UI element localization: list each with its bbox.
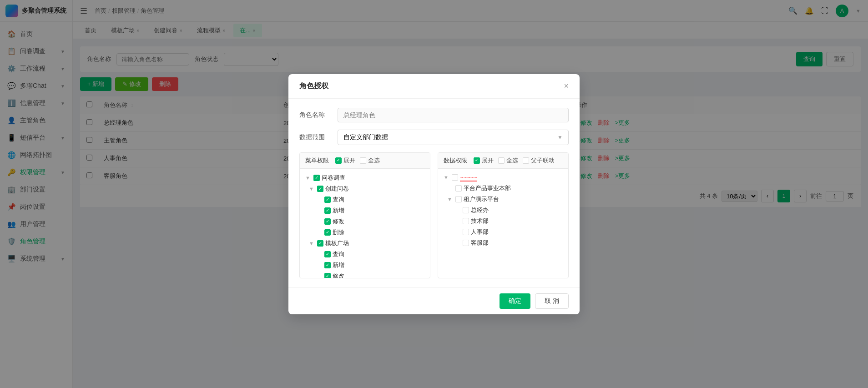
- data-label-tech_dept: 技术部: [471, 217, 489, 225]
- select-arrow-icon: ▼: [557, 134, 563, 141]
- menu-perm-item-del1: ✓删除: [300, 227, 430, 238]
- menu-perm-item-add2: ✓新增: [300, 260, 430, 271]
- data-perm-item-hr_dept: 人事部: [438, 227, 568, 237]
- menu-cb-create_survey[interactable]: ✓: [317, 186, 323, 192]
- role-name-modal-label: 角色名称: [299, 111, 332, 119]
- data-selectall-checkbox-label[interactable]: 全选: [498, 156, 518, 165]
- modal-footer: 确定 取 消: [288, 287, 580, 314]
- menu-perm-item-survey: ▼✓问卷调查: [300, 172, 430, 183]
- menu-label-edit2: 修改: [333, 272, 344, 278]
- menu-perm-item-edit2: ✓修改: [300, 271, 430, 278]
- menu-perm-label: 菜单权限: [305, 156, 329, 165]
- data-range-row: 数据范围 自定义部门数据 ▼: [299, 130, 569, 145]
- menu-cb-edit2[interactable]: ✓: [324, 273, 331, 278]
- menu-cb-add2[interactable]: ✓: [324, 262, 331, 268]
- menu-selectall-label: 全选: [368, 156, 380, 165]
- data-range-label: 数据范围: [299, 133, 332, 141]
- parent-link-checkbox-label[interactable]: 父子联动: [523, 156, 555, 165]
- expand-icon[interactable]: ▼: [305, 175, 312, 181]
- menu-perm-item-edit1: ✓修改: [300, 216, 430, 227]
- menu-perm-item-template: ▼✓模板广场: [300, 238, 430, 249]
- cancel-button[interactable]: 取 消: [535, 293, 569, 309]
- data-cb-platform_dept[interactable]: [455, 185, 462, 191]
- menu-expand-label: 展开: [343, 156, 355, 165]
- data-label-hr_dept: 人事部: [471, 228, 489, 236]
- parent-link-checkbox[interactable]: [523, 157, 529, 164]
- data-cb-root_dept[interactable]: [452, 174, 458, 181]
- expand-icon[interactable]: ▼: [447, 197, 454, 202]
- expand-icon[interactable]: ▼: [444, 175, 450, 180]
- data-selectall-label: 全选: [506, 156, 518, 165]
- data-label-root_dept: ~~~~~: [460, 174, 477, 181]
- menu-label-add1: 新增: [333, 207, 344, 215]
- menu-cb-edit1[interactable]: ✓: [324, 218, 331, 225]
- data-selectall-checkbox[interactable]: [498, 157, 505, 164]
- data-perm-item-root_dept: ▼~~~~~: [438, 172, 568, 183]
- data-perm-item-rental_dept: ▼租户演示平台: [438, 194, 568, 205]
- expand-icon[interactable]: ▼: [309, 241, 315, 246]
- data-label-general_mgr: 总经办: [471, 206, 489, 214]
- menu-expand-checkbox[interactable]: ✓: [335, 157, 342, 164]
- data-expand-checkbox[interactable]: ✓: [474, 157, 480, 164]
- modal-close-button[interactable]: ×: [564, 81, 569, 91]
- data-perm-item-service_dept: 客服部: [438, 237, 568, 248]
- menu-cb-query1[interactable]: ✓: [324, 197, 331, 203]
- menu-label-query1: 查询: [333, 196, 344, 204]
- expand-icon[interactable]: ▼: [309, 186, 315, 191]
- data-cb-service_dept[interactable]: [463, 240, 469, 246]
- menu-label-del1: 删除: [333, 228, 344, 237]
- data-perm-item-tech_dept: 技术部: [438, 216, 568, 227]
- data-perm-body: ▼~~~~~平台产品事业本部▼租户演示平台总经办技术部人事部客服部: [438, 169, 568, 252]
- menu-perm-item-query2: ✓查询: [300, 249, 430, 260]
- data-perm-item-general_mgr: 总经办: [438, 205, 568, 216]
- menu-perm-header: 菜单权限 ✓ 展开 全选: [300, 153, 430, 169]
- modal-overlay[interactable]: 角色授权 × 角色名称 数据范围 自定义部门数据 ▼: [0, 0, 868, 388]
- data-perm-header: 数据权限 ✓ 展开 全选 父子联动: [438, 153, 568, 169]
- menu-perm-body: ▼✓问卷调查▼✓创建问卷✓查询✓新增✓修改✓删除▼✓模板广场✓查询✓新增✓修改✓…: [300, 169, 430, 278]
- data-label-service_dept: 客服部: [471, 239, 489, 247]
- modal-header: 角色授权 ×: [288, 74, 580, 99]
- menu-selectall-checkbox-label[interactable]: 全选: [360, 156, 380, 165]
- data-expand-label: 展开: [482, 156, 494, 165]
- data-range-select[interactable]: 自定义部门数据 ▼: [338, 130, 569, 145]
- role-name-modal-input[interactable]: [338, 108, 569, 122]
- data-label-platform_dept: 平台产品事业本部: [464, 184, 511, 192]
- menu-cb-query2[interactable]: ✓: [324, 251, 331, 257]
- modal-title: 角色授权: [299, 81, 328, 91]
- data-cb-general_mgr[interactable]: [463, 207, 469, 213]
- role-auth-modal: 角色授权 × 角色名称 数据范围 自定义部门数据 ▼: [288, 74, 580, 314]
- data-perm-label: 数据权限: [444, 156, 467, 165]
- menu-expand-checkbox-label[interactable]: ✓ 展开: [335, 156, 355, 165]
- menu-label-survey: 问卷调查: [322, 174, 345, 182]
- data-expand-checkbox-label[interactable]: ✓ 展开: [474, 156, 494, 165]
- modal-body: 角色名称 数据范围 自定义部门数据 ▼ 菜单权限 ✓: [288, 99, 580, 287]
- menu-cb-add1[interactable]: ✓: [324, 207, 331, 214]
- menu-label-edit1: 修改: [333, 217, 344, 226]
- menu-label-query2: 查询: [333, 250, 344, 258]
- data-permissions-section: 数据权限 ✓ 展开 全选 父子联动: [438, 152, 569, 278]
- menu-cb-del1[interactable]: ✓: [324, 229, 331, 236]
- parent-link-label: 父子联动: [531, 156, 555, 165]
- menu-cb-survey[interactable]: ✓: [313, 175, 320, 181]
- menu-label-create_survey: 创建问卷: [325, 185, 349, 193]
- data-perm-item-platform_dept: 平台产品事业本部: [438, 183, 568, 194]
- menu-label-add2: 新增: [333, 261, 344, 269]
- data-label-rental_dept: 租户演示平台: [464, 195, 499, 203]
- permissions-row: 菜单权限 ✓ 展开 全选 ▼✓问卷调查▼✓创建问卷✓查询✓新增✓修改✓删除▼✓模…: [299, 152, 569, 278]
- menu-perm-item-add1: ✓新增: [300, 205, 430, 216]
- data-range-value: 自定义部门数据: [343, 133, 388, 141]
- confirm-button[interactable]: 确定: [500, 293, 530, 309]
- menu-cb-template[interactable]: ✓: [317, 240, 323, 247]
- menu-permissions-section: 菜单权限 ✓ 展开 全选 ▼✓问卷调查▼✓创建问卷✓查询✓新增✓修改✓删除▼✓模…: [299, 152, 430, 278]
- data-cb-rental_dept[interactable]: [455, 196, 462, 202]
- menu-perm-item-query1: ✓查询: [300, 194, 430, 205]
- data-cb-hr_dept[interactable]: [463, 229, 469, 235]
- data-cb-tech_dept[interactable]: [463, 218, 469, 224]
- menu-label-template: 模板广场: [325, 239, 349, 247]
- menu-perm-item-create_survey: ▼✓创建问卷: [300, 183, 430, 194]
- role-name-row: 角色名称: [299, 108, 569, 122]
- menu-selectall-checkbox[interactable]: [360, 157, 366, 164]
